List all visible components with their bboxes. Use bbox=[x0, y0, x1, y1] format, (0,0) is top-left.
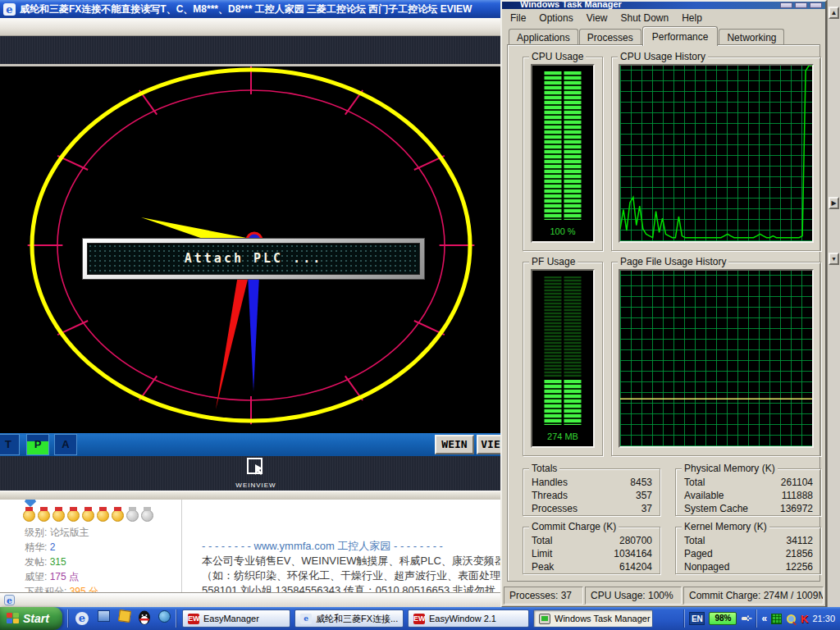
quicklaunch-tool-icon[interactable] bbox=[116, 610, 133, 627]
maximize-button[interactable] bbox=[795, 2, 807, 8]
weinview-cursor-icon bbox=[245, 458, 267, 477]
forum-post-body: - - - - - - - - www.ymmfa.com 工控人家园 - - … bbox=[190, 500, 500, 592]
pf-usage-value: 274 MB bbox=[532, 431, 593, 441]
windows-flag-icon bbox=[7, 613, 19, 624]
ie-status-icon: e bbox=[4, 595, 15, 605]
kernel-paged-row: Paged21856 bbox=[676, 547, 820, 560]
tray-divider bbox=[756, 609, 757, 628]
easymanager-icon: EW bbox=[188, 614, 199, 624]
kernel-memory-group-label: Kernel Memory (K) bbox=[682, 521, 769, 532]
taskbar-separator bbox=[67, 609, 68, 628]
tab-applications[interactable]: Applications bbox=[509, 29, 578, 45]
medal-gold-icon bbox=[23, 509, 35, 522]
signature-line-3: 558101 刘小姐 13584556343 传真：0510 80516653 … bbox=[202, 583, 495, 592]
quicklaunch-media-icon[interactable] bbox=[156, 610, 172, 627]
forum-stat-level: 级别: 论坛版主 bbox=[25, 526, 89, 540]
cpu-history-group-label: CPU Usage History bbox=[618, 51, 708, 62]
wein-button[interactable]: WEIN bbox=[435, 435, 474, 454]
start-button[interactable]: Start bbox=[0, 607, 62, 630]
cpu-usage-value: 100 % bbox=[532, 226, 593, 236]
signature-line-2: （如：纺织印染、环保化工、干燥行业、超声波行业、表面处理行业、照 bbox=[202, 568, 500, 583]
vie-button[interactable]: VIE bbox=[477, 435, 500, 454]
totals-group-label: Totals bbox=[529, 463, 559, 474]
battery-indicator[interactable]: 98% bbox=[709, 612, 737, 625]
performance-tab-page: CPU Usage 100 % CPU Usage History PF Usa… bbox=[507, 44, 820, 582]
minimize-button[interactable] bbox=[780, 2, 792, 8]
easywindow-clock-screen[interactable]: Attach PLC ... bbox=[0, 64, 500, 433]
totals-group: Totals Handles8453 Threads357 Processes3… bbox=[523, 468, 660, 516]
pf-history-group: Page File Usage History bbox=[611, 262, 821, 456]
scrollbar-up-button[interactable]: ▲ bbox=[829, 7, 839, 19]
menu-file[interactable]: File bbox=[504, 11, 532, 25]
ie-icon: e bbox=[3, 3, 16, 16]
ie-title-text: 威纶和三菱FX连接不能直接读写T、C、M8***、D8*** 工控人家园 三菱工… bbox=[20, 2, 472, 16]
menu-help[interactable]: Help bbox=[675, 11, 709, 25]
signature-line-1: 本公司专业销售EV、WEINVIEW触摸屏、科威PLC、康沃变频器、日本高 bbox=[202, 554, 500, 568]
forum-stat-credits: 下载积分: 395 分 bbox=[25, 585, 98, 592]
task-manager-title-text: Windows Task Manager bbox=[520, 2, 622, 9]
task-manager-status-bar: Processes: 37 CPU Usage: 100% Commit Cha… bbox=[504, 585, 824, 605]
medal-row bbox=[23, 509, 153, 522]
clock-time: 21:30 bbox=[812, 614, 835, 623]
power-plug-icon[interactable] bbox=[741, 614, 752, 623]
window-edge-strip bbox=[0, 491, 500, 500]
tab-networking[interactable]: Networking bbox=[719, 29, 784, 45]
tab-processes[interactable]: Processes bbox=[579, 29, 641, 45]
commit-charge-group-label: Commit Charge (K) bbox=[529, 521, 619, 532]
toolbar-button-t[interactable]: T bbox=[0, 434, 20, 455]
weinview-icon-label: WEINVIEW bbox=[233, 482, 279, 489]
language-indicator[interactable]: EN bbox=[689, 612, 705, 625]
screen: e 威纶和三菱FX连接不能直接读写T、C、M8***、D8*** 工控人家园 三… bbox=[0, 0, 840, 630]
weinview-desktop-icon[interactable]: WEINVIEW bbox=[233, 458, 279, 489]
pf-history-chart bbox=[620, 271, 812, 446]
commit-peak-row: Peak614204 bbox=[523, 560, 660, 573]
task-button-easymanager[interactable]: EW EasyManager bbox=[182, 609, 290, 628]
task-button-task-manager[interactable]: Windows Task Manager bbox=[533, 609, 653, 628]
quicklaunch-ie-icon[interactable]: e bbox=[74, 610, 90, 627]
ie-toolbar-strip bbox=[0, 18, 500, 36]
cpu-history-chart bbox=[620, 66, 812, 241]
commit-charge-group: Commit Charge (K) Total280700 Limit10341… bbox=[523, 527, 660, 574]
kernel-memory-group: Kernel Memory (K) Total34112 Paged21856 … bbox=[675, 527, 821, 574]
commit-total-row: Total280700 bbox=[523, 534, 660, 547]
magnifier-tray-icon[interactable] bbox=[786, 614, 797, 624]
forum-stat-prestige: 威望: 175 点 bbox=[25, 570, 79, 584]
task-manager-title-bar[interactable]: Windows Task Manager bbox=[502, 2, 825, 9]
cpu-history-group: CPU Usage History bbox=[611, 57, 821, 251]
taskbar-separator bbox=[176, 609, 176, 628]
menu-shutdown[interactable]: Shut Down bbox=[614, 11, 676, 25]
physical-memory-group-label: Physical Memory (K) bbox=[682, 463, 778, 474]
cpu-history-panel bbox=[619, 64, 814, 243]
physmem-total-row: Total261104 bbox=[676, 476, 820, 489]
quicklaunch-window-icon[interactable] bbox=[95, 610, 112, 627]
scrollbar-button-low[interactable]: ▾ bbox=[829, 253, 839, 265]
pf-usage-group-label: PF Usage bbox=[529, 256, 578, 267]
antivirus-k-icon[interactable]: K bbox=[801, 613, 808, 625]
status-commit-charge: Commit Charge: 274M / 1009M bbox=[683, 587, 824, 605]
toolbar-button-a[interactable]: A bbox=[54, 434, 77, 455]
ie-task-icon: e bbox=[300, 614, 312, 624]
physical-memory-group: Physical Memory (K) Total261104 Availabl… bbox=[675, 468, 821, 516]
commit-limit-row: Limit1034164 bbox=[523, 547, 660, 560]
ribbon-badge-icon bbox=[25, 500, 36, 507]
menu-view[interactable]: View bbox=[580, 11, 614, 25]
quicklaunch-qq-icon[interactable] bbox=[136, 610, 153, 627]
cpu-usage-gauge: 100 % bbox=[531, 64, 595, 243]
close-button[interactable] bbox=[810, 2, 822, 8]
medal-gray-icon bbox=[126, 509, 139, 522]
task-button-ie-forum[interactable]: e 威纶和三菱FX连接... bbox=[294, 609, 404, 628]
task-button-easywindow[interactable]: EW EasyWindow 2.1 bbox=[408, 609, 529, 628]
tab-performance[interactable]: Performance bbox=[642, 26, 719, 46]
toolbar-button-p[interactable]: P bbox=[26, 434, 49, 455]
cpu-meter-tray-icon[interactable] bbox=[771, 614, 782, 624]
menu-options[interactable]: Options bbox=[532, 11, 579, 25]
tray-chevron[interactable]: « bbox=[761, 613, 767, 624]
signature-header[interactable]: - - - - - - - - www.ymmfa.com 工控人家园 - - … bbox=[202, 539, 443, 554]
status-processes: Processes: 37 bbox=[504, 587, 583, 605]
desktop-strip-top bbox=[0, 36, 500, 64]
easywindow-icon: EW bbox=[413, 614, 425, 624]
physmem-cache-row: System Cache136972 bbox=[676, 502, 820, 515]
ie-title-bar[interactable]: e 威纶和三菱FX连接不能直接读写T、C、M8***、D8*** 工控人家园 三… bbox=[0, 0, 500, 18]
browser-scrollbar[interactable]: ▲ ▶ ▾ bbox=[827, 0, 840, 607]
scrollbar-button-mid[interactable]: ▶ bbox=[829, 197, 839, 209]
